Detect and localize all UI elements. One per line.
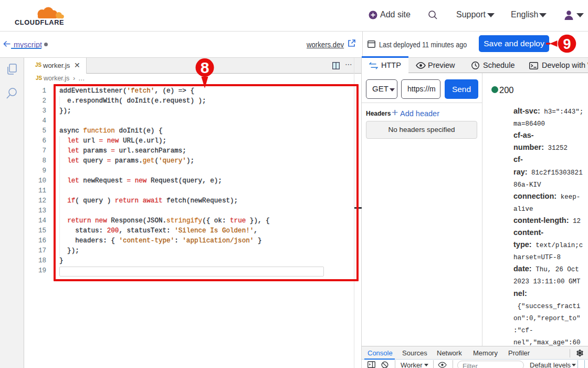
svg-text:9: 9: [563, 36, 571, 52]
svg-text:CLOUDFLARE: CLOUDFLARE: [15, 18, 64, 26]
svg-text:8: 8: [201, 59, 209, 76]
